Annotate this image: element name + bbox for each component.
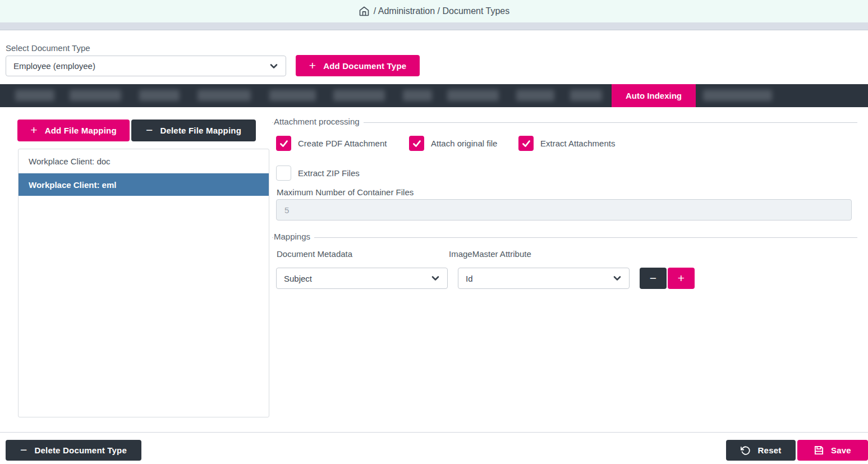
max-container-files-input[interactable] [276, 199, 852, 220]
tab-redacted[interactable] [403, 90, 432, 101]
tab-redacted[interactable] [15, 90, 54, 101]
chevron-down-icon [269, 61, 279, 71]
delete-document-type-button[interactable]: − Delete Document Type [6, 440, 141, 461]
checkbox-label: Attach original file [431, 139, 497, 148]
save-button[interactable]: Save [797, 440, 868, 461]
imagemaster-attribute-label: ImageMaster Attribute [449, 249, 531, 259]
file-mapping-list: Workplace Client: doc Workplace Client: … [18, 149, 269, 417]
list-item-selected[interactable]: Workplace Client: eml [19, 173, 269, 196]
attachment-processing-fieldset: Attachment processing [272, 122, 857, 123]
checkbox-extract-zip-files[interactable]: Extract ZIP Files [276, 166, 360, 181]
checkbox-extract-attachments[interactable]: Extract Attachments [518, 136, 615, 151]
breadcrumb: / Administration / Document Types [0, 0, 868, 22]
tab-bar: Auto Indexing [0, 84, 868, 107]
check-icon [279, 139, 289, 149]
tab-redacted[interactable] [516, 90, 554, 101]
checkbox-checked[interactable] [409, 136, 424, 151]
mappings-legend: Mappings [273, 232, 314, 241]
checkbox-create-pdf-attachment[interactable]: Create PDF Attachment [276, 136, 387, 151]
chevron-down-icon [430, 273, 440, 283]
delete-file-mapping-label: Delete File Mapping [160, 126, 241, 135]
reset-button[interactable]: Reset [726, 440, 796, 461]
check-icon [521, 139, 531, 149]
tab-redacted[interactable] [269, 90, 316, 101]
reset-label: Reset [758, 445, 782, 455]
checkbox-label: Extract Attachments [540, 139, 615, 148]
document-types-page: / Administration / Document Types Select… [0, 0, 868, 464]
document-type-selected-value: Employee (employee) [13, 61, 95, 71]
minus-icon: − [20, 444, 27, 456]
max-container-files-label: Maximum Number of Container Files [277, 187, 414, 197]
tab-redacted[interactable] [198, 90, 251, 101]
plus-icon: + [309, 59, 316, 71]
checkbox-attach-original-file[interactable]: Attach original file [409, 136, 497, 151]
imagemaster-attribute-select[interactable]: Id [458, 268, 630, 289]
document-metadata-select[interactable]: Subject [276, 268, 448, 289]
footer-divider [0, 432, 868, 433]
tab-redacted[interactable] [703, 90, 772, 101]
mappings-fieldset: Mappings [272, 237, 857, 238]
home-icon[interactable] [359, 6, 370, 17]
document-type-select[interactable]: Employee (employee) [6, 56, 286, 76]
add-mapping-button[interactable]: + [668, 268, 695, 289]
checkbox-unchecked[interactable] [276, 166, 291, 181]
tab-redacted[interactable] [333, 90, 385, 101]
delete-document-type-label: Delete Document Type [34, 445, 127, 455]
chevron-down-icon [612, 273, 622, 283]
tab-redacted[interactable] [70, 90, 121, 101]
add-document-type-button[interactable]: + Add Document Type [296, 55, 420, 76]
checkbox-label: Create PDF Attachment [298, 139, 387, 148]
list-item[interactable]: Workplace Client: doc [19, 149, 269, 173]
tab-redacted[interactable] [570, 90, 602, 101]
select-document-type-label: Select Document Type [6, 43, 90, 53]
breadcrumb-path[interactable]: / Administration / Document Types [374, 6, 509, 16]
minus-icon: − [146, 124, 153, 136]
plus-icon: + [30, 124, 37, 136]
remove-mapping-button[interactable]: − [640, 268, 667, 289]
add-document-type-label: Add Document Type [323, 61, 406, 71]
minus-icon: − [650, 272, 656, 284]
tab-auto-indexing[interactable]: Auto Indexing [612, 84, 696, 107]
save-label: Save [831, 445, 851, 455]
checkbox-label: Extract ZIP Files [298, 168, 360, 178]
checkbox-checked[interactable] [276, 136, 291, 151]
plus-icon: + [678, 272, 685, 284]
checkbox-checked[interactable] [518, 136, 534, 151]
delete-file-mapping-button[interactable]: − Delete File Mapping [131, 120, 256, 141]
document-metadata-value: Subject [284, 274, 312, 283]
check-icon [412, 139, 422, 149]
add-file-mapping-label: Add File Mapping [45, 126, 117, 135]
tab-redacted[interactable] [447, 90, 499, 101]
undo-icon [741, 445, 751, 456]
imagemaster-attribute-value: Id [466, 274, 473, 283]
add-file-mapping-button[interactable]: + Add File Mapping [17, 120, 130, 141]
header-strip [0, 22, 868, 30]
document-metadata-label: Document Metadata [277, 249, 352, 259]
tab-redacted[interactable] [139, 90, 180, 101]
attachment-processing-legend: Attachment processing [273, 117, 364, 126]
save-floppy-icon [814, 445, 824, 455]
